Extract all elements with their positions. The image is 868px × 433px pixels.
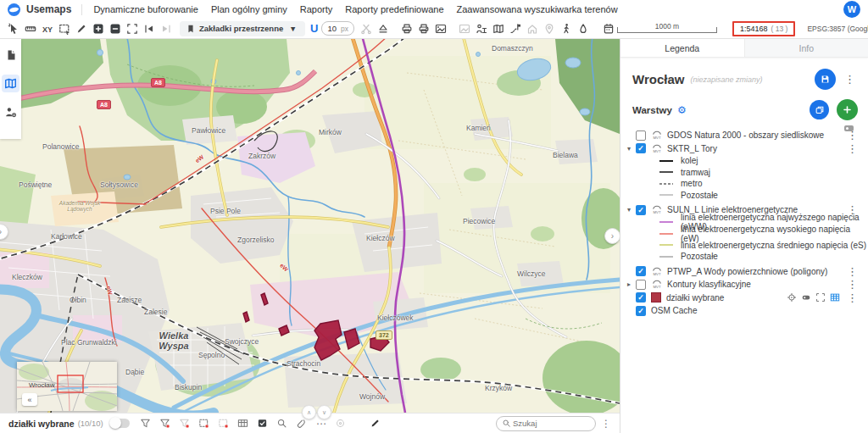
selection-toggle[interactable] xyxy=(110,419,130,428)
user-avatar[interactable]: W xyxy=(843,1,860,18)
zoom-out-button[interactable] xyxy=(107,20,124,37)
expand-arrow-icon[interactable]: ▸ xyxy=(627,280,636,288)
chevron-down-icon: ▾ xyxy=(291,24,295,33)
bottombar-expand-button[interactable]: ∧ xyxy=(302,405,316,419)
layers-settings-gear-icon[interactable]: ⚙ xyxy=(677,104,687,116)
selection-snapshot-button[interactable] xyxy=(255,416,270,431)
buffer-size-input[interactable]: 10 px xyxy=(321,21,354,36)
layer-menu-button[interactable]: ⋮ xyxy=(844,130,860,141)
layer-checkbox-gdos[interactable] xyxy=(636,130,646,141)
menu-item-zaawansowana-wyszukiwarka[interactable]: Zaawansowana wyszukiwarka terenów xyxy=(457,4,618,14)
scale-denominator-box[interactable]: 1:54168 ( 13 ) xyxy=(732,21,795,36)
route-flag-button[interactable] xyxy=(507,20,524,37)
layer-checkbox-osm[interactable]: ✓ xyxy=(636,306,646,316)
menu-item-raporty[interactable]: Raporty xyxy=(300,4,333,14)
snapshot-icon[interactable] xyxy=(801,292,811,303)
zoom-to-selection-button[interactable] xyxy=(333,416,348,431)
map-location-button[interactable] xyxy=(490,20,507,37)
spatial-bookmarks-dropdown[interactable]: Zakładki przestrzenne ▾ xyxy=(180,21,305,36)
select-pointer-tool-button[interactable] xyxy=(5,20,22,37)
layer-checkbox-dzialki[interactable]: ✓ xyxy=(636,292,646,303)
street-view-walk-button[interactable] xyxy=(558,20,575,37)
full-extent-button[interactable] xyxy=(124,20,141,37)
eject-extrude-button[interactable] xyxy=(375,20,392,37)
layer-menu-button[interactable]: ⋮ xyxy=(844,279,860,290)
tab-info[interactable]: Info xyxy=(744,39,868,57)
zoom-to-layer-icon[interactable] xyxy=(787,292,797,303)
bottombar-search[interactable] xyxy=(496,416,596,431)
print-button[interactable] xyxy=(398,20,415,37)
marquee-select-tool-button[interactable] xyxy=(56,20,73,37)
layer-checkbox-kontury[interactable] xyxy=(636,280,646,290)
minimap-collapse-button[interactable]: « xyxy=(22,393,37,406)
left-sidebar xyxy=(0,39,21,139)
mvt-layer-icon: MVT xyxy=(651,130,663,141)
map-label: Zakrzów xyxy=(248,152,275,160)
xy-coordinates-tool-button[interactable]: XY xyxy=(39,20,56,37)
screenshot-button[interactable] xyxy=(456,20,473,37)
menu-item-plan-ogolny-gminy[interactable]: Plan ogólny gminy xyxy=(211,4,287,14)
search-input[interactable] xyxy=(511,418,582,429)
layer-menu-button[interactable]: ⋮ xyxy=(844,292,860,303)
map-label: Ołbin xyxy=(70,296,86,304)
layer-row-sktr[interactable]: ▾ ✓ MVT SKTR_L Tory ⋮ xyxy=(620,142,868,156)
print-template-button[interactable] xyxy=(415,20,432,37)
attribute-table-button[interactable] xyxy=(236,416,251,431)
bottombar-collapse-button[interactable]: ∨ xyxy=(317,405,331,419)
buffer-tool-button[interactable]: U xyxy=(310,22,318,35)
menu-item-dynamiczne-buforowanie[interactable]: Dynamiczne buforowanie xyxy=(93,4,198,14)
next-view-button[interactable] xyxy=(158,20,175,37)
layer-collections-button[interactable] xyxy=(810,100,829,119)
map-label: Kiełczów xyxy=(366,234,395,242)
schedule-clipboard-button[interactable] xyxy=(600,20,617,37)
toggle-knob xyxy=(109,417,121,429)
collapse-arrow-icon[interactable]: ▾ xyxy=(627,145,636,153)
select-area-clear-button[interactable] xyxy=(216,416,231,431)
bookmark-icon xyxy=(186,24,196,34)
sidebar-item-users-admin[interactable] xyxy=(2,103,19,121)
measure-tool-button[interactable] xyxy=(22,20,39,37)
layer-menu-button[interactable]: ⋮ xyxy=(844,266,860,277)
menu-item-raporty-predefiniowane[interactable]: Raporty predefiniowane xyxy=(345,4,443,14)
layer-row-gdos[interactable]: MVT GDOŚ Natura 2000 - obszary siedlisko… xyxy=(620,129,868,142)
location-pin-button[interactable] xyxy=(541,20,558,37)
layer-row-osm[interactable]: ✓ OSM Cache xyxy=(620,304,868,318)
add-layer-button[interactable] xyxy=(837,99,858,120)
attribute-table-icon[interactable] xyxy=(830,292,840,303)
filter-clear-button[interactable] xyxy=(177,416,192,431)
home-extent-button[interactable] xyxy=(524,20,541,37)
edit-selection-button[interactable] xyxy=(368,416,383,431)
project-name: Wrocław xyxy=(632,72,684,86)
previous-view-button[interactable] xyxy=(141,20,158,37)
operator-workstation-button[interactable] xyxy=(473,20,490,37)
sidebar-item-documents[interactable] xyxy=(2,46,19,64)
right-panel-expander[interactable]: › xyxy=(604,228,620,244)
projection-selector[interactable]: EPSG:3857 (Google Mercator) ▾ xyxy=(807,25,868,33)
cut-scissors-button[interactable] xyxy=(358,20,375,37)
tab-legenda[interactable]: Legenda xyxy=(620,39,744,57)
sidebar-item-map[interactable] xyxy=(2,75,19,92)
filter-selected-button[interactable] xyxy=(158,416,173,431)
draw-pencil-tool-button[interactable] xyxy=(73,20,90,37)
collapse-arrow-icon[interactable]: ▾ xyxy=(627,206,636,214)
search-in-selection-button[interactable] xyxy=(275,416,290,431)
extent-icon[interactable] xyxy=(815,292,826,303)
layer-checkbox-ptwp[interactable]: ✓ xyxy=(636,266,646,276)
export-map-image-button[interactable] xyxy=(432,20,449,37)
layer-checkbox-sktr[interactable]: ✓ xyxy=(636,143,646,153)
bottombar-menu-button[interactable]: ⋮ xyxy=(601,418,611,430)
heatmap-flame-button[interactable] xyxy=(575,20,592,37)
save-project-button[interactable] xyxy=(815,69,836,90)
layer-row-kontury[interactable]: ▸ MVT Kontury klasyfikacyjne ⋮ xyxy=(620,278,868,291)
select-area-button[interactable] xyxy=(197,416,212,431)
overview-minimap[interactable]: Wrocław « xyxy=(17,362,117,411)
project-menu-button[interactable]: ⋮ xyxy=(842,74,858,85)
usemaps-logo-icon[interactable] xyxy=(8,3,20,16)
layer-menu-button[interactable]: ⋮ xyxy=(844,143,860,154)
zoom-in-button[interactable] xyxy=(90,20,107,37)
layer-checkbox-suln[interactable]: ✓ xyxy=(636,205,646,215)
layer-row-ptwp[interactable]: ✓ MVT PTWP_A Wody powierzchniowe (poligo… xyxy=(620,265,868,279)
map-canvas[interactable]: Polanowice Pawłowice Zakrzów Poświętne S… xyxy=(0,39,620,413)
filter-button[interactable] xyxy=(138,416,153,431)
layer-row-dzialki[interactable]: ✓ działki wybrane ⋮ xyxy=(620,291,868,305)
